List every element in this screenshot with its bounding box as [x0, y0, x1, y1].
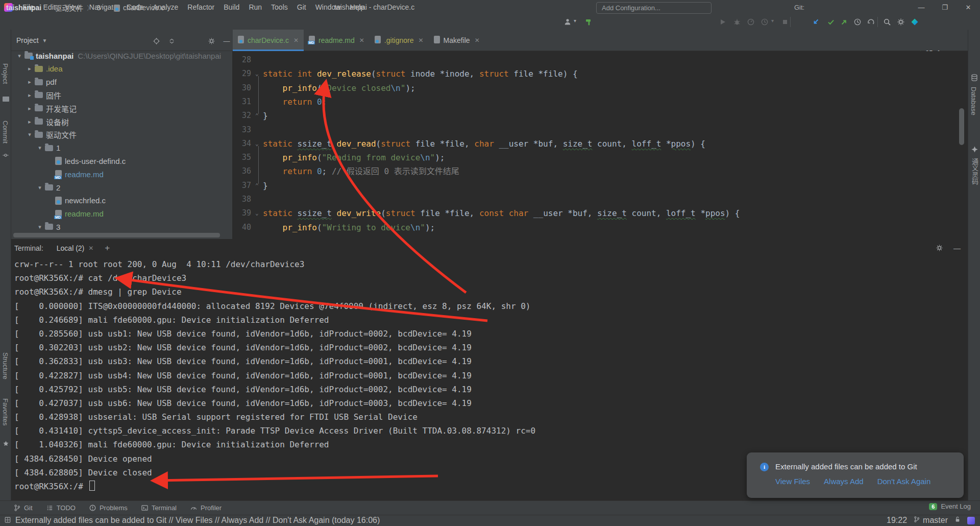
search-everywhere-icon[interactable]	[881, 16, 893, 28]
tree-row-leds-user-defind-c[interactable]: leds-user-defind.c	[11, 154, 232, 168]
project-options-gear-icon[interactable]	[206, 36, 216, 46]
git-update-icon[interactable]	[810, 16, 822, 28]
notification-link-don-t-ask-again[interactable]: Don't Ask Again	[877, 477, 931, 486]
editor-scrollbar[interactable]	[959, 108, 964, 145]
hide-project-panel-icon[interactable]: —	[222, 36, 232, 46]
tree-row-readme-md[interactable]: readme.md	[11, 168, 232, 181]
git-commit-icon[interactable]	[825, 16, 837, 28]
stripe-tongyi[interactable]: 通义灵码	[970, 158, 979, 185]
tree-chevron-icon[interactable]: ▸	[24, 65, 35, 72]
fold-marker-icon[interactable]: ⌄	[255, 206, 259, 220]
tree-chevron-icon[interactable]: ▸	[24, 79, 35, 85]
tree-row--idea[interactable]: ▸.idea	[11, 62, 232, 76]
git-push-icon[interactable]	[838, 16, 850, 28]
menu-run[interactable]: Run	[244, 0, 266, 14]
stripe-database[interactable]: Database	[970, 87, 977, 115]
tree-row-2[interactable]: ▾2	[11, 181, 232, 194]
stripe-project[interactable]: Project	[2, 63, 9, 84]
run-dropdown-chevron[interactable]: ▾	[771, 18, 774, 23]
project-tree[interactable]: ▾taishanpaiC:\Users\QINGJUE\Desktop\git\…	[11, 51, 232, 239]
project-horizontal-scrollbar[interactable]	[13, 233, 230, 237]
build-hammer-icon[interactable]	[583, 16, 595, 28]
tab-charDevice-c[interactable]: charDevice.c✕	[233, 30, 304, 51]
toolwindow-git[interactable]: Git	[13, 504, 33, 512]
breadcrumb-item-0[interactable]: taishanpai	[6, 4, 41, 12]
toolwindow-profiler[interactable]: Profiler	[190, 504, 222, 512]
tree-row--[interactable]: ▸开发笔记	[11, 102, 232, 115]
add-configuration-dropdown[interactable]: Add Configuration...	[596, 2, 712, 14]
lock-icon[interactable]	[954, 516, 961, 525]
terminal-minimize-icon[interactable]: —	[953, 244, 961, 252]
tree-row-3[interactable]: ▾3	[11, 220, 232, 233]
run-with-coverage-icon[interactable]	[758, 16, 771, 28]
tab-close-icon[interactable]: ✕	[475, 37, 480, 44]
tab-close-icon[interactable]: ✕	[293, 37, 299, 44]
locate-file-icon[interactable]	[151, 36, 161, 46]
tab-close-icon[interactable]: ✕	[359, 37, 364, 44]
git-branch-widget[interactable]: master	[913, 516, 948, 525]
tree-chevron-icon[interactable]: ▾	[14, 53, 24, 59]
toolwindow-terminal[interactable]: Terminal	[141, 504, 177, 512]
tree-chevron-icon[interactable]: ▸	[24, 118, 35, 125]
menu-refactor[interactable]: Refactor	[183, 0, 219, 14]
project-tool-header[interactable]: Project ▼	[11, 30, 232, 51]
collapse-all-icon[interactable]	[166, 36, 177, 46]
tab-close-icon[interactable]: ✕	[418, 37, 423, 44]
close-button[interactable]: ✕	[957, 0, 980, 14]
new-terminal-button[interactable]: +	[105, 243, 110, 253]
status-message[interactable]: Externally added files can be added to G…	[15, 516, 380, 525]
profile-button-icon[interactable]	[745, 16, 757, 28]
stripe-commit[interactable]: Commit	[2, 121, 9, 144]
tree-chevron-icon[interactable]: ▾	[35, 184, 45, 191]
run-button-icon[interactable]	[717, 16, 729, 28]
database-icon[interactable]	[970, 74, 978, 82]
stripe-favorites[interactable]: Favorites	[2, 398, 9, 425]
ai-assistant-icon[interactable]	[967, 517, 975, 524]
user-dropdown-chevron[interactable]: ▾	[574, 18, 576, 23]
breadcrumb-item-3[interactable]: charDevice.c	[123, 4, 164, 12]
event-log-button[interactable]: 6 Event Log	[929, 503, 971, 510]
menu-git[interactable]: Git	[292, 0, 311, 14]
code-editor[interactable]: 2829⌄static int dev_release(struct inode…	[233, 51, 968, 239]
terminal-line: [ 0.425792] usb usb5: New USB device fou…	[14, 382, 535, 396]
user-profile-icon[interactable]	[561, 16, 574, 28]
tree-row-pdf[interactable]: ▸pdf	[11, 76, 232, 89]
tree-row--[interactable]: ▾驱动文件	[11, 128, 232, 141]
terminal-settings-gear-icon[interactable]	[936, 244, 943, 253]
git-history-icon[interactable]	[851, 16, 864, 28]
notification-link-view-files[interactable]: View Files	[775, 477, 810, 486]
tree-row--[interactable]: ▸固件	[11, 88, 232, 102]
breadcrumb-item-1[interactable]: 驱动文件	[55, 3, 83, 13]
git-rollback-icon[interactable]	[865, 16, 877, 28]
debug-button-icon[interactable]	[731, 16, 743, 28]
tree-row-taishanpai[interactable]: ▾taishanpaiC:\Users\QINGJUE\Desktop\git\…	[11, 51, 232, 62]
tree-chevron-icon[interactable]: ▾	[35, 145, 45, 151]
menu-tools[interactable]: Tools	[266, 0, 292, 14]
tree-chevron-icon[interactable]: ▾	[24, 131, 35, 138]
tree-row-1[interactable]: ▾1	[11, 141, 232, 155]
settings-gear-icon[interactable]	[895, 16, 907, 28]
breadcrumb-item-2[interactable]: 3	[96, 4, 101, 12]
terminal-tab-local[interactable]: Local (2) ✕	[57, 244, 94, 252]
plugin-icon[interactable]	[909, 16, 921, 28]
maximize-button[interactable]: ❐	[933, 0, 957, 14]
tree-row--[interactable]: ▸设备树	[11, 115, 232, 128]
code-token	[263, 97, 283, 107]
menu-build[interactable]: Build	[219, 0, 244, 14]
minimize-button[interactable]: —	[910, 0, 933, 14]
tree-chevron-icon[interactable]: ▸	[24, 92, 35, 99]
tree-chevron-icon[interactable]: ▾	[35, 224, 45, 230]
stop-button-icon[interactable]	[779, 16, 791, 28]
notification-link-always-add[interactable]: Always Add	[824, 477, 864, 486]
toolwindow-problems[interactable]: Problems	[89, 504, 128, 512]
tab-Makefile[interactable]: Makefile✕	[429, 30, 485, 51]
tab-readme-md[interactable]: MDreadme.md✕	[304, 30, 370, 51]
tree-chevron-icon[interactable]: ▸	[24, 105, 35, 112]
ai-plugin-icon[interactable]	[970, 145, 978, 153]
close-icon[interactable]: ✕	[88, 245, 93, 252]
tree-row-readme-md[interactable]: readme.md	[11, 207, 232, 221]
toolwindow-todo[interactable]: TODO	[46, 504, 76, 512]
tree-row-newchrled-c[interactable]: newchrled.c	[11, 194, 232, 207]
stripe-structure[interactable]: Structure	[2, 352, 9, 379]
tab--gitignore[interactable]: .gitignore✕	[370, 30, 429, 51]
